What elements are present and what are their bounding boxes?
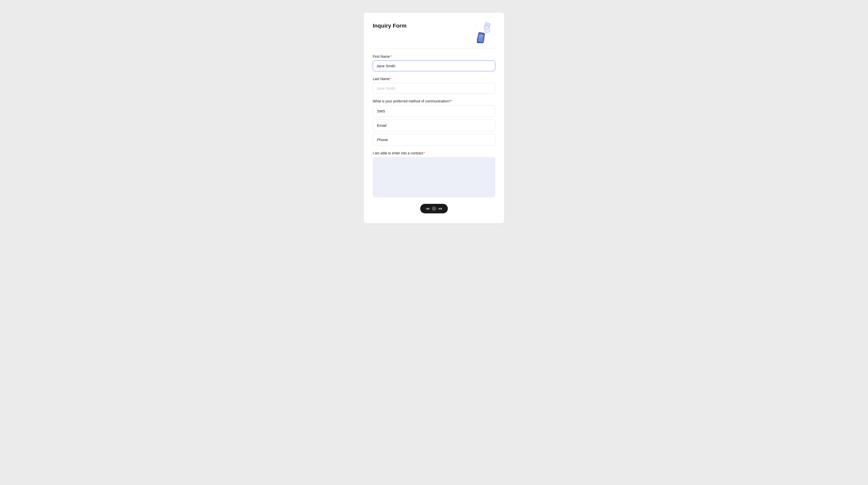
illustration-svg	[473, 21, 495, 43]
last-name-input[interactable]	[373, 83, 495, 94]
first-name-label: First Name*	[373, 55, 495, 59]
contract-field-group: I am able to enter into a contract*	[373, 151, 495, 198]
page-wrapper: Inquiry Form	[5, 5, 863, 223]
phone-label: Phone	[377, 137, 388, 142]
communication-label: What is your preferred method of communi…	[373, 99, 495, 103]
communication-field-group: What is your preferred method of communi…	[373, 99, 495, 146]
form-card: Inquiry Form	[364, 12, 504, 223]
contract-required-star: *	[424, 151, 425, 155]
communication-options: SMS Email Phone	[373, 105, 495, 146]
first-name-input[interactable]	[373, 61, 495, 71]
last-name-required-star: *	[390, 77, 392, 81]
comm-option-phone[interactable]: Phone	[373, 134, 495, 146]
back-arrow-icon: ⏮	[426, 206, 430, 211]
communication-required-star: *	[451, 99, 452, 103]
back-arrow-icon-2: ⏮	[438, 206, 442, 211]
first-name-required-star: *	[390, 55, 392, 59]
form-header: Inquiry Form	[373, 21, 495, 48]
nav-dot-1	[432, 206, 436, 211]
comm-option-sms[interactable]: SMS	[373, 105, 495, 117]
comm-option-email[interactable]: Email	[373, 120, 495, 131]
contract-label: I am able to enter into a contract*	[373, 151, 495, 155]
email-label: Email	[377, 123, 386, 128]
bottom-nav-bar: ⏮ ⏮	[373, 204, 495, 214]
form-illustration	[473, 21, 495, 43]
nav-pill[interactable]: ⏮ ⏮	[420, 204, 448, 214]
last-name-field-group: Last Name*	[373, 77, 495, 94]
contract-textarea[interactable]	[373, 157, 495, 197]
first-name-field-group: First Name*	[373, 55, 495, 71]
last-name-label: Last Name*	[373, 77, 495, 81]
form-title: Inquiry Form	[373, 23, 406, 29]
sms-label: SMS	[377, 109, 385, 113]
